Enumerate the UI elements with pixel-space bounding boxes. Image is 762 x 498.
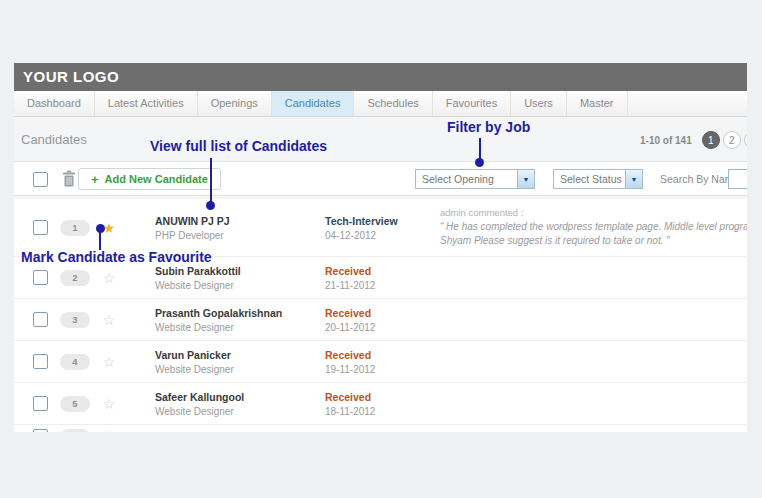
row-checkbox[interactable] — [33, 312, 48, 327]
main-nav: Dashboard Latest Activities Openings Can… — [14, 91, 747, 117]
annotation-line — [99, 231, 101, 250]
annotation-line — [479, 138, 481, 160]
candidate-comment-cell: admin commented : “ He has completed the… — [440, 207, 747, 248]
nav-tab[interactable]: Users — [511, 91, 567, 116]
annotation-filter-by-job: Filter by Job — [447, 119, 530, 135]
annotation-view-full-list: View full list of Candidates — [150, 138, 327, 154]
candidate-status-cell: Received 18-11-2012 — [325, 391, 440, 417]
comment-line2: Shyam Please suggest is it required to t… — [440, 234, 747, 248]
row-number-badge: 2 — [60, 270, 90, 286]
candidate-comment-cell — [440, 429, 747, 431]
annotation-dot — [206, 201, 215, 210]
favourite-star-icon[interactable]: ☆ — [100, 355, 118, 369]
candidate-name-cell: Subin Parakkottil Website Designer — [155, 265, 325, 291]
annotation-line — [210, 158, 212, 203]
row-checkbox[interactable] — [33, 429, 48, 432]
candidate-name: Prasanth Gopalakrishnan — [155, 307, 325, 319]
nav-tab[interactable]: Master — [567, 91, 628, 116]
trash-icon[interactable] — [62, 170, 76, 187]
row-number-badge: 3 — [60, 312, 90, 328]
row-number-badge: 4 — [60, 354, 90, 370]
plus-icon: + — [91, 173, 99, 186]
candidate-status-cell: Received 19-11-2012 — [325, 349, 440, 375]
candidate-status: Received — [325, 349, 440, 361]
candidate-date: 21-11-2012 — [325, 280, 440, 291]
candidate-comment-cell — [440, 361, 747, 363]
candidate-date: 20-11-2012 — [325, 322, 440, 333]
add-new-candidate-label: Add New Candidate — [105, 173, 208, 185]
candidate-role: Website Designer — [155, 322, 325, 333]
table-row[interactable]: 3 ☆ Prasanth Gopalakrishnan Website Desi… — [14, 299, 747, 341]
page-title: Candidates — [21, 132, 87, 147]
candidate-date: 18-11-2012 — [325, 406, 440, 417]
nav-tab[interactable]: Dashboard — [14, 91, 95, 116]
candidate-status: Received — [325, 307, 440, 319]
table-row[interactable]: 5 ☆ Safeer Kallungool Website Designer R… — [14, 383, 747, 425]
candidate-name-cell: Varun Panicker Website Designer — [155, 349, 325, 375]
page-button[interactable]: 3 — [744, 131, 747, 149]
app-window: YOUR LOGO Dashboard Latest Activities Op… — [14, 63, 747, 432]
pagination-range: 1-10 of 141 — [640, 135, 692, 146]
nav-tab[interactable]: Schedules — [354, 91, 432, 116]
candidate-status-cell: Tech-Interview 04-12-2012 — [325, 215, 440, 241]
favourite-star-icon[interactable]: ☆ — [100, 397, 118, 411]
candidate-status: Received — [325, 265, 440, 277]
table-row[interactable]: 4 ☆ Varun Panicker Website Designer Rece… — [14, 341, 747, 383]
row-number-badge: 1 — [60, 220, 90, 236]
candidate-name-cell — [155, 429, 325, 432]
candidate-role: PHP Developer — [155, 230, 325, 241]
candidate-comment-cell — [440, 403, 747, 405]
candidate-status-cell — [325, 429, 440, 432]
candidate-name-cell: ANUWIN PJ PJ PHP Developer — [155, 215, 325, 241]
candidate-name-cell: Prasanth Gopalakrishnan Website Designer — [155, 307, 325, 333]
select-all-checkbox[interactable] — [33, 172, 48, 187]
row-checkbox[interactable] — [33, 220, 48, 235]
row-checkbox[interactable] — [33, 396, 48, 411]
candidate-status-cell: Received 20-11-2012 — [325, 307, 440, 333]
row-checkbox[interactable] — [33, 270, 48, 285]
app-header: YOUR LOGO — [14, 63, 747, 91]
candidate-role: Website Designer — [155, 364, 325, 375]
row-number-badge: 5 — [60, 396, 90, 412]
nav-tab[interactable]: Favourites — [433, 91, 511, 116]
toolbar: + Add New Candidate Select Opening ▼ Sel… — [14, 161, 747, 196]
favourite-star-icon[interactable]: ☆ — [100, 429, 118, 432]
select-status-value: Select Status — [554, 173, 622, 185]
comment-line1: “ He has completed the wordpress templat… — [440, 220, 747, 234]
candidate-status-cell: Received 21-11-2012 — [325, 265, 440, 291]
favourite-star-icon[interactable]: ☆ — [100, 313, 118, 327]
row-checkbox[interactable] — [33, 354, 48, 369]
candidate-role: Website Designer — [155, 406, 325, 417]
page-button[interactable]: 2 — [723, 131, 741, 149]
select-status-dropdown[interactable]: Select Status ▼ — [553, 169, 643, 189]
candidate-date: 04-12-2012 — [325, 230, 440, 241]
search-input[interactable] — [728, 169, 747, 189]
nav-tab[interactable]: Latest Activities — [95, 91, 198, 116]
select-opening-value: Select Opening — [416, 173, 494, 185]
candidate-role: Website Designer — [155, 280, 325, 291]
nav-tab[interactable]: Candidates — [272, 91, 355, 116]
pagination: 1-10 of 141 1 2 3 — [640, 131, 747, 149]
candidate-comment-cell — [440, 277, 747, 279]
candidate-name: Varun Panicker — [155, 349, 325, 361]
chevron-down-icon: ▼ — [625, 170, 642, 188]
candidate-name: Safeer Kallungool — [155, 391, 325, 403]
annotation-mark-favourite: Mark Candidate as Favourite — [21, 249, 212, 265]
annotation-dot — [475, 158, 484, 167]
candidate-status: Tech-Interview — [325, 215, 440, 227]
comment-title: admin commented : — [440, 207, 747, 218]
logo-text: YOUR LOGO — [14, 63, 747, 91]
candidate-date: 19-11-2012 — [325, 364, 440, 375]
page-button[interactable]: 1 — [702, 131, 720, 149]
candidate-comment-cell — [440, 319, 747, 321]
nav-tab[interactable]: Openings — [198, 91, 272, 116]
candidate-name: Subin Parakkottil — [155, 265, 325, 277]
page-canvas: YOUR LOGO Dashboard Latest Activities Op… — [0, 0, 762, 498]
candidate-name: ANUWIN PJ PJ — [155, 215, 325, 227]
candidate-status: Received — [325, 391, 440, 403]
favourite-star-icon[interactable]: ☆ — [100, 271, 118, 285]
add-new-candidate-button[interactable]: + Add New Candidate — [78, 168, 221, 190]
table-row[interactable]: 6 ☆ — [14, 425, 747, 432]
candidates-table: 1 ★ ANUWIN PJ PJ PHP Developer Tech-Inte… — [14, 199, 747, 432]
select-opening-dropdown[interactable]: Select Opening ▼ — [415, 169, 535, 189]
